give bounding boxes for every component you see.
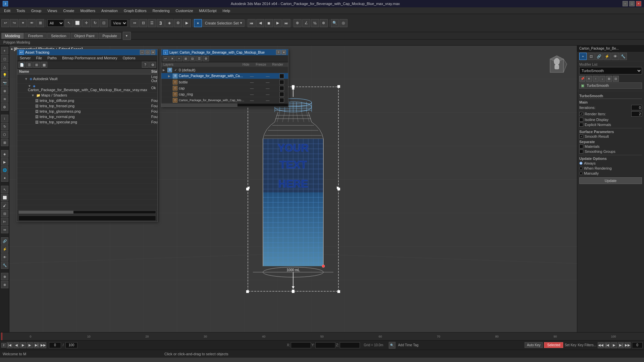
y-field[interactable] xyxy=(315,342,335,348)
toolbar-spinner-snap[interactable]: ⊗ xyxy=(320,19,328,27)
tool-effects[interactable]: ✦ xyxy=(1,174,8,182)
lp-hide-capring[interactable]: — xyxy=(245,92,259,96)
at-tool-grid[interactable]: ⊞ xyxy=(33,62,40,68)
at-menu-options[interactable]: Options xyxy=(121,56,137,60)
toolbar-3[interactable]: 3 xyxy=(157,19,165,27)
at-minimize[interactable]: − xyxy=(140,50,145,55)
tool-paint[interactable]: 🖌 xyxy=(1,202,8,209)
rhs-prev[interactable]: ◀◀ xyxy=(598,342,604,348)
toolbar-render-setup[interactable]: ⚙ xyxy=(174,19,182,27)
toolbar-unlink[interactable]: ⚮ xyxy=(28,19,36,27)
tool-systems[interactable]: ⚙ xyxy=(1,103,8,111)
at-tool-new[interactable]: 📄 xyxy=(18,62,25,68)
create-selection-btn[interactable]: Create Selection Set ▾ xyxy=(203,19,245,27)
tool-align[interactable]: ⊨ xyxy=(1,218,8,225)
lp-freeze-capring[interactable]: — xyxy=(259,92,276,96)
lp-expand-default[interactable]: ▶ xyxy=(163,68,167,72)
toolbar-stop[interactable]: ⏹ xyxy=(265,19,273,27)
toolbar-render[interactable]: ▶ xyxy=(183,19,191,27)
tool-scale[interactable]: ⬡ xyxy=(1,131,8,138)
rp-icon-display[interactable]: 👁 xyxy=(611,53,619,60)
lp-render-fullname-toggle[interactable] xyxy=(279,98,284,103)
at-menu-paths[interactable]: Paths xyxy=(46,56,58,60)
toolbar-prev-frame[interactable]: ⏮ xyxy=(248,19,256,27)
lp-hide-fullname[interactable]: — xyxy=(245,98,259,102)
lp-tool-delete[interactable]: ✕ xyxy=(169,56,175,61)
toolbar-select[interactable]: ↖ xyxy=(65,19,73,27)
auto-key-btn[interactable]: Auto Key xyxy=(525,342,543,348)
mod-icon-delete[interactable]: ✕ xyxy=(586,76,592,82)
layers-list[interactable]: ▶ ☰ ✓ 0 (default) ▶ ☰ Carton_Package_for… xyxy=(161,67,288,103)
lp-render-cap-toggle[interactable] xyxy=(279,86,284,90)
toolbar-percent-snap[interactable]: % xyxy=(311,19,319,27)
tab-selection[interactable]: Selection xyxy=(47,33,70,39)
tool-extra1[interactable]: ⊕ xyxy=(1,273,8,280)
toolbar-scale[interactable]: ⊡ xyxy=(100,19,108,27)
toolbar-angle-snap[interactable]: ∠ xyxy=(302,19,310,27)
btn-prev-key[interactable]: |◀ xyxy=(7,342,13,348)
mod-icon-copy[interactable]: ⊞ xyxy=(606,76,612,82)
btn-prev-frame[interactable]: ◀ xyxy=(13,342,19,348)
rhs-next[interactable]: ▶▶ xyxy=(625,342,631,348)
toolbar-isolate[interactable]: ◎ xyxy=(339,19,347,27)
menu-graph-editors[interactable]: Graph Editors xyxy=(121,8,149,13)
at-menu-server[interactable]: Server xyxy=(18,56,32,60)
tool-cameras[interactable]: 📷 xyxy=(1,79,8,86)
tool-move[interactable]: ↕ xyxy=(1,115,8,122)
mod-icon-move-up[interactable]: ↑ xyxy=(593,76,599,82)
menu-tools[interactable]: Tools xyxy=(14,8,28,13)
tab-populate[interactable]: Populate xyxy=(99,33,120,39)
ts-when-rendering-radio[interactable] xyxy=(579,167,583,170)
at-menu-file[interactable]: File xyxy=(35,56,43,60)
at-scroll-area[interactable]: Name Status ▼ ⊕ Autodesk Vault L xyxy=(17,69,157,209)
tab-modeling[interactable]: Modeling xyxy=(1,33,24,39)
rhs-frame-input[interactable] xyxy=(632,342,643,348)
at-col-status[interactable]: Status xyxy=(149,69,157,74)
nav-cube[interactable] xyxy=(543,52,570,79)
ts-smoothing-check[interactable] xyxy=(579,149,583,154)
lp-hide-cap[interactable]: — xyxy=(245,86,259,90)
lp-hscroll-thumb[interactable] xyxy=(161,104,237,107)
maximize-btn[interactable]: □ xyxy=(629,1,635,6)
tool-select-region[interactable]: ⬜ xyxy=(1,194,8,201)
ts-smooth-check[interactable] xyxy=(579,134,583,138)
tool-extra2[interactable]: ⊗ xyxy=(1,281,8,288)
btn-play[interactable]: ▶ xyxy=(20,342,26,348)
lp-expand-main[interactable]: ▶ xyxy=(168,74,172,78)
at-close[interactable]: ✕ xyxy=(151,50,155,55)
menu-help[interactable]: Help xyxy=(220,8,233,13)
menu-views[interactable]: Views xyxy=(45,8,60,13)
lp-hide-main[interactable]: — xyxy=(245,74,259,78)
toolbar-undo[interactable]: ↩ xyxy=(1,19,9,27)
tool-lights[interactable]: 💡 xyxy=(1,71,8,78)
at-status-input[interactable] xyxy=(18,216,156,221)
toolbar-snap-toggle[interactable]: ⊕ xyxy=(293,19,302,27)
ts-iterations-input[interactable] xyxy=(631,105,642,110)
lp-render-capring-toggle[interactable] xyxy=(279,92,284,97)
toolbar-named-sel[interactable]: 🔍 xyxy=(331,19,339,27)
btn-end[interactable]: ▶▶ xyxy=(40,342,46,348)
tool-utilities[interactable]: 🔧 xyxy=(1,261,8,269)
toolbar-align[interactable]: ⊟ xyxy=(139,19,147,27)
lp-tool-new[interactable]: + xyxy=(176,56,182,61)
menu-modifiers[interactable]: Modifiers xyxy=(77,8,98,13)
menu-create[interactable]: Create xyxy=(60,8,77,13)
toolbar-select-region[interactable]: ⬜ xyxy=(73,19,82,27)
mod-icon-pin[interactable]: 📌 xyxy=(579,76,585,82)
ts-manually-radio[interactable] xyxy=(579,172,583,175)
menu-rendering[interactable]: Rendering xyxy=(150,8,172,13)
ts-materials-check[interactable] xyxy=(579,144,583,148)
toolbar-rotate[interactable]: ↻ xyxy=(91,19,99,27)
timeline-bar[interactable]: 0 10 20 30 40 50 60 70 80 90 100 xyxy=(0,332,644,340)
at-menu-bitmap[interactable]: Bitmap Performance and Memory xyxy=(61,56,118,60)
rp-icon-utilities[interactable]: 🔧 xyxy=(620,53,627,60)
lp-tool-arrow[interactable]: ↩ xyxy=(163,56,169,61)
ts-render-iters-check[interactable] xyxy=(579,112,583,116)
ts-render-iters-input[interactable] xyxy=(631,111,642,117)
toolbar-bind-to-space[interactable]: ⊞ xyxy=(36,19,44,27)
rhs-next1[interactable]: ▶| xyxy=(618,342,624,348)
rhs-play[interactable]: ▶ xyxy=(611,342,617,348)
mod-icon-move-down[interactable]: ↓ xyxy=(599,76,605,82)
tool-spacewarps[interactable]: ≋ xyxy=(1,95,8,103)
close-btn[interactable]: ✕ xyxy=(636,1,641,6)
